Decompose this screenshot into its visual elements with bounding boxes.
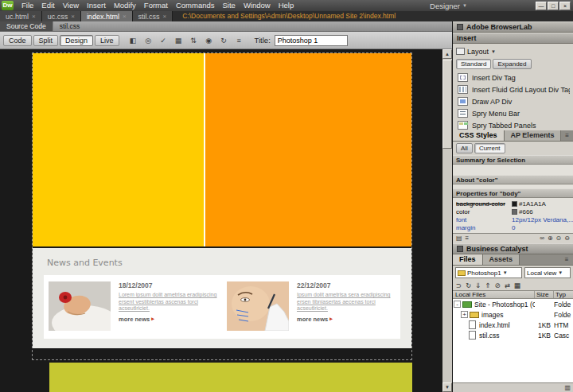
property-row-font[interactable]: font 12px/12px Verdana,...	[453, 215, 573, 223]
property-row-color[interactable]: color #666	[453, 208, 573, 215]
close-icon[interactable]: ×	[71, 13, 75, 20]
property-value[interactable]: #1A1A1A	[519, 200, 546, 208]
related-file-stil-css[interactable]: stil.css	[53, 21, 87, 31]
more-news-link[interactable]: more news ▸	[119, 316, 219, 323]
scroll-down-icon[interactable]: ▼	[442, 382, 452, 392]
design-view-button[interactable]: Design	[60, 35, 93, 46]
property-value[interactable]: 0	[512, 224, 573, 231]
close-icon[interactable]: ×	[123, 13, 127, 20]
page-footer-block[interactable]	[49, 363, 412, 392]
panel-header-insert[interactable]: Insert	[453, 33, 573, 44]
file-row-images[interactable]: + images Folde	[453, 309, 573, 320]
put-files-icon[interactable]: ⇑	[485, 281, 490, 289]
tab-css-styles[interactable]: CSS Styles	[453, 130, 505, 141]
panel-header-business-catalyst[interactable]: Business Catalyst	[453, 243, 573, 254]
live-view-button[interactable]: Live	[95, 35, 119, 46]
panel-header-browserlab[interactable]: Adobe BrowserLab	[453, 21, 573, 33]
scrollbar-thumb[interactable]	[442, 60, 452, 149]
file-row-stil-css[interactable]: stil.css 1KB Casc	[453, 330, 573, 340]
property-value[interactable]: 12px/12px Verdana,...	[512, 216, 573, 223]
minimize-button[interactable]: —	[536, 2, 547, 10]
source-code-button[interactable]: Source Code	[0, 21, 53, 31]
menu-format[interactable]: Format	[140, 0, 172, 11]
code-view-button[interactable]: Code	[3, 35, 32, 46]
document-title-input[interactable]	[275, 35, 348, 46]
refresh-icon[interactable]: ↻	[218, 35, 230, 46]
view-options-icon[interactable]: ≡	[233, 35, 245, 46]
tab-files[interactable]: Files	[453, 254, 483, 265]
more-news-link[interactable]: more news ▸	[297, 316, 397, 323]
menu-commands[interactable]: Commands	[172, 0, 219, 11]
workspace-switcher[interactable]: Designer ▼	[430, 2, 467, 10]
insert-item-fluid-grid[interactable]: Insert Fluid Grid Layout Div Tag	[456, 83, 570, 95]
delete-rule-icon[interactable]: ⊖	[564, 234, 570, 243]
get-files-icon[interactable]: ⇓	[475, 281, 481, 289]
show-category-view-icon[interactable]: ▤	[456, 234, 462, 243]
inspect-icon[interactable]: ◎	[142, 35, 154, 46]
menu-insert[interactable]: Insert	[83, 0, 110, 11]
insert-item-spry-menu-bar[interactable]: Spry Menu Bar	[456, 107, 570, 119]
page-body-element[interactable]: News and Events 18/12/2007	[32, 52, 412, 360]
edit-rule-icon[interactable]: ⊙	[556, 234, 562, 243]
scroll-up-icon[interactable]: ▲	[442, 49, 452, 59]
property-value[interactable]: #666	[519, 208, 533, 215]
menu-site[interactable]: Site	[219, 0, 240, 11]
doc-tab-stil-css[interactable]: stil.css ×	[133, 11, 173, 21]
current-mode-button[interactable]: Current	[474, 143, 505, 153]
live-view-options-icon[interactable]: ◧	[127, 35, 139, 46]
new-css-rule-icon[interactable]: ⊕	[548, 234, 553, 243]
news-paragraph-link[interactable]: Ipsum dolit ametrlsa sera eradipiscing e…	[297, 292, 397, 312]
site-dropdown[interactable]: Photoshop1 ▼	[455, 267, 522, 278]
insert-item-draw-ap-div[interactable]: Draw AP Div	[456, 95, 570, 107]
column-size[interactable]: Size	[535, 291, 554, 298]
file-row-site-root[interactable]: - Site - Photoshop1 (C:\Docum... Folde	[453, 299, 573, 309]
preview-in-browser-icon[interactable]: ◉	[203, 35, 215, 46]
close-icon[interactable]: ×	[32, 13, 36, 20]
close-icon[interactable]: ×	[163, 13, 167, 20]
menu-view[interactable]: View	[59, 0, 83, 11]
check-out-icon[interactable]: ⊘	[495, 281, 501, 289]
tab-assets[interactable]: Assets	[483, 254, 520, 265]
synchronize-icon[interactable]: ⇄	[505, 281, 510, 289]
menu-window[interactable]: Window	[240, 0, 275, 11]
expanded-mode-button[interactable]: Expanded	[493, 59, 531, 69]
doc-tab-uc-html[interactable]: uc.html ×	[0, 11, 42, 21]
show-list-view-icon[interactable]: ≡	[466, 234, 470, 243]
expand-icon[interactable]: +	[461, 311, 468, 318]
standard-mode-button[interactable]: Standard	[456, 59, 491, 69]
color-swatch[interactable]	[512, 201, 517, 207]
refresh-icon[interactable]: ↻	[466, 281, 471, 289]
close-button[interactable]: ×	[559, 2, 571, 10]
collapse-icon[interactable]: -	[454, 301, 461, 308]
split-view-button[interactable]: Split	[33, 35, 59, 46]
panel-menu-icon[interactable]: ≡	[561, 130, 573, 141]
check-browser-compatibility-icon[interactable]: ✓	[158, 35, 170, 46]
news-paragraph-link[interactable]: Lorem ipsum dolit ametrlsa eradipiscing …	[119, 292, 219, 312]
insert-item-div-tag[interactable]: Insert Div Tag	[456, 72, 570, 83]
news-photo-clinic[interactable]	[227, 281, 289, 331]
menu-file[interactable]: File	[18, 0, 37, 11]
design-view-canvas[interactable]: News and Events 18/12/2007	[0, 49, 442, 392]
news-photo-spa[interactable]	[49, 281, 111, 331]
maximize-button[interactable]: □	[548, 2, 559, 10]
connect-icon[interactable]: ⊃	[456, 281, 462, 289]
insert-category-dropdown[interactable]: Layout ▼	[456, 45, 570, 57]
column-local-files[interactable]: Local Files	[453, 291, 535, 298]
view-mode-dropdown[interactable]: Local view ▼	[524, 267, 571, 278]
validate-icon[interactable]: ▦	[173, 35, 185, 46]
tab-ap-elements[interactable]: AP Elements	[505, 130, 562, 141]
page-yellow-block[interactable]	[33, 53, 204, 246]
page-orange-block[interactable]	[205, 53, 411, 246]
file-row-index-html[interactable]: index.html 1KB HTM	[453, 320, 573, 330]
menu-help[interactable]: Help	[275, 0, 298, 11]
insert-item-spry-tabbed-panels[interactable]: Spry Tabbed Panels	[456, 119, 570, 131]
news-section[interactable]: News and Events 18/12/2007	[33, 248, 411, 348]
panel-menu-icon[interactable]: ≡	[560, 254, 573, 265]
design-vertical-scrollbar[interactable]: ▲ ▼	[442, 49, 452, 392]
property-row-margin[interactable]: margin 0	[453, 223, 573, 231]
log-icon[interactable]: ▥	[564, 383, 571, 392]
doc-tab-uc-css[interactable]: uc.css ×	[42, 11, 81, 21]
property-row-background-color[interactable]: background-color #1A1A1A	[453, 200, 573, 208]
all-mode-button[interactable]: All	[456, 143, 473, 153]
column-type[interactable]: Typ	[554, 291, 573, 298]
